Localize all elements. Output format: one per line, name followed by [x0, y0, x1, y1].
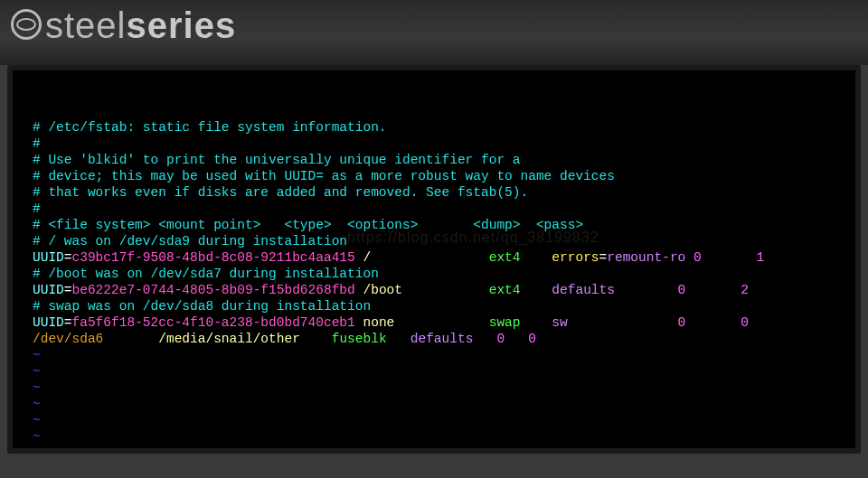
fstab-comment: # / was on /dev/sda9 during installation [33, 234, 347, 248]
vim-tilde: ~ [33, 380, 41, 395]
vim-tilde: ~ [33, 413, 41, 427]
vim-tilde: ~ [33, 397, 41, 411]
fstab-comment: # Use 'blkid' to print the universally u… [33, 153, 521, 167]
laptop-bezel: steelseries [0, 0, 868, 65]
fstab-comment: # /etc/fstab: static file system informa… [33, 120, 387, 135]
fstab-entry-swap: UUID=fa5f6f18-52cc-4f10-a238-bd0bd740ceb… [33, 315, 749, 330]
fstab-comment: # /boot was on /dev/sda7 during installa… [33, 267, 379, 281]
fstab-comment: # [33, 136, 41, 151]
brand-logo: steelseries [11, 5, 236, 46]
brand-eye-icon [11, 9, 42, 40]
fstab-entry-root: UUID=c39bc17f-9508-48bd-8c08-9211bc4aa41… [33, 250, 764, 265]
fstab-comment: # device; this may be used with UUID= as… [33, 169, 615, 183]
vim-tilde: ~ [33, 429, 41, 444]
brand-bold: series [127, 5, 237, 45]
vim-tilde: ~ [33, 364, 41, 379]
brand-thin: steel [45, 5, 127, 45]
fstab-comment: # that works even if disks are added and… [33, 185, 528, 200]
fstab-comment: # swap was on /dev/sda8 during installat… [33, 299, 371, 314]
fstab-comment: # [33, 202, 41, 216]
fstab-entry-boot: UUID=be6222e7-0744-4805-8b09-f15bd6268fb… [33, 283, 749, 297]
fstab-entry-other: /dev/sda6 /media/snail/other fuseblk def… [33, 332, 536, 346]
terminal-screen[interactable]: https://blog.csdn.net/qq_38199832 # /etc… [7, 65, 861, 454]
watermark-text: https://blog.csdn.net/qq_38199832 [347, 230, 599, 246]
vim-tilde: ~ [33, 348, 41, 362]
